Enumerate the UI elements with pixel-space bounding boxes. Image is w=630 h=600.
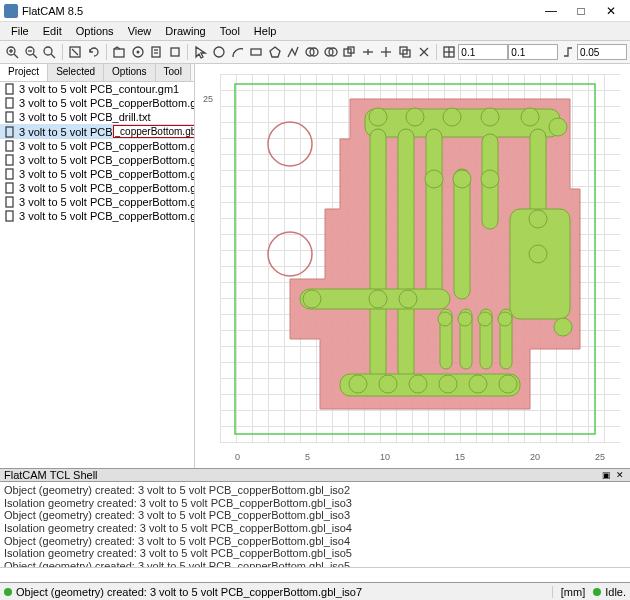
add-rect-icon[interactable] <box>248 43 265 61</box>
svg-rect-42 <box>6 127 13 137</box>
shell-line: Object (geometry) created: 3 volt to 5 v… <box>4 484 626 497</box>
clear-plot-icon[interactable] <box>67 43 84 61</box>
canvas-area[interactable]: 25 <box>195 64 630 468</box>
project-item[interactable]: 3 volt to 5 volt PCB_copperBottom.gbl <box>0 96 194 110</box>
svg-rect-41 <box>6 112 13 122</box>
tab-tool[interactable]: Tool <box>156 64 191 81</box>
project-item[interactable]: 3 volt to 5 volt PCB <box>0 124 194 139</box>
status-bar: Object (geometry) created: 3 volt to 5 v… <box>0 582 630 600</box>
delete-icon[interactable] <box>415 43 432 61</box>
project-item-label: 3 volt to 5 volt PCB_copperBottom.gbl_is… <box>19 196 194 208</box>
project-item[interactable]: 3 volt to 5 volt PCB_copperBottom.gbl_is… <box>0 181 194 195</box>
project-item-label: 3 volt to 5 volt PCB_drill.txt <box>19 111 150 123</box>
shell-line: Object (geometry) created: 3 volt to 5 v… <box>4 560 626 567</box>
svg-point-76 <box>399 290 417 308</box>
menu-options[interactable]: Options <box>69 23 121 39</box>
plot-canvas[interactable]: 25 <box>195 64 630 468</box>
close-button[interactable]: ✕ <box>596 1 626 21</box>
svg-rect-11 <box>114 49 124 57</box>
svg-rect-52 <box>398 129 414 379</box>
menu-edit[interactable]: Edit <box>36 23 69 39</box>
shell-close-icon[interactable]: ✕ <box>614 470 626 480</box>
tab-selected[interactable]: Selected <box>48 64 104 81</box>
project-item[interactable]: 3 volt to 5 volt PCB_drill.txt <box>0 110 194 124</box>
shell-line: Object (geometry) created: 3 volt to 5 v… <box>4 509 626 522</box>
zoom-out-icon[interactable] <box>23 43 40 61</box>
tab-project[interactable]: Project <box>0 64 48 81</box>
shell-output[interactable]: Object (geometry) created: 3 volt to 5 v… <box>0 482 630 567</box>
shell-line: Isolation geometry created: 3 volt to 5 … <box>4 547 626 560</box>
svg-point-69 <box>549 118 567 136</box>
open-gcode-icon[interactable] <box>148 43 165 61</box>
project-item-label: 3 volt to 5 volt PCB_copperBottom.gbl_is… <box>19 168 194 180</box>
subtract-icon[interactable] <box>341 43 358 61</box>
zoom-fit-icon[interactable] <box>41 43 58 61</box>
snap-icon[interactable] <box>559 43 576 61</box>
shell-title: FlatCAM TCL Shell <box>4 469 98 481</box>
select-icon[interactable] <box>192 43 209 61</box>
svg-point-73 <box>529 210 547 228</box>
project-item[interactable]: 3 volt to 5 volt PCB_copperBottom.gbl_is… <box>0 153 194 167</box>
add-arc-icon[interactable] <box>229 43 246 61</box>
replot-icon[interactable] <box>85 43 102 61</box>
menu-drawing[interactable]: Drawing <box>158 23 212 39</box>
svg-rect-14 <box>152 47 160 57</box>
svg-rect-39 <box>6 84 13 94</box>
x-tick: 5 <box>305 452 310 462</box>
svg-point-67 <box>481 108 499 126</box>
union-icon[interactable] <box>304 43 321 61</box>
project-item-label: 3 volt to 5 volt PCB_copperBottom.gbl <box>19 97 194 109</box>
svg-point-79 <box>379 375 397 393</box>
cut-path-icon[interactable] <box>359 43 376 61</box>
menu-view[interactable]: View <box>121 23 159 39</box>
zoom-in-icon[interactable] <box>4 43 21 61</box>
project-item[interactable]: 3 volt to 5 volt PCB_contour.gm1 <box>0 82 194 96</box>
project-item[interactable]: 3 volt to 5 volt PCB_copperBottom.gbl_is… <box>0 195 194 209</box>
maximize-button[interactable]: □ <box>566 1 596 21</box>
project-item[interactable]: 3 volt to 5 volt PCB_copperBottom.gbl_is… <box>0 209 194 223</box>
svg-point-70 <box>425 170 443 188</box>
new-geometry-icon[interactable] <box>167 43 184 61</box>
svg-rect-53 <box>426 129 442 299</box>
x-tick: 25 <box>595 452 605 462</box>
grid-icon[interactable] <box>441 43 458 61</box>
file-icon <box>4 111 16 123</box>
grid-y-input[interactable] <box>508 44 558 60</box>
open-excellon-icon[interactable] <box>129 43 146 61</box>
title-bar: FlatCAM 8.5 — □ ✕ <box>0 0 630 22</box>
copy-icon[interactable] <box>397 43 414 61</box>
app-icon <box>4 4 18 18</box>
open-gerber-icon[interactable] <box>111 43 128 61</box>
menu-help[interactable]: Help <box>247 23 284 39</box>
shell-header: FlatCAM TCL Shell ▣ ✕ <box>0 468 630 482</box>
svg-line-1 <box>14 54 18 58</box>
snap-input[interactable] <box>577 44 627 60</box>
shell-undock-icon[interactable]: ▣ <box>600 470 612 480</box>
project-list[interactable]: 3 volt to 5 volt PCB_contour.gm13 volt t… <box>0 82 194 468</box>
menu-file[interactable]: File <box>4 23 36 39</box>
project-item[interactable]: 3 volt to 5 volt PCB_copperBottom.gbl_is… <box>0 139 194 153</box>
window-title: FlatCAM 8.5 <box>22 5 536 17</box>
status-units: [mm] <box>552 586 593 598</box>
project-item[interactable]: 3 volt to 5 volt PCB_copperBottom.gbl_is… <box>0 167 194 181</box>
add-path-icon[interactable] <box>285 43 302 61</box>
svg-point-65 <box>406 108 424 126</box>
move-icon[interactable] <box>378 43 395 61</box>
status-message: Object (geometry) created: 3 volt to 5 v… <box>16 586 362 598</box>
panel-tabs: ProjectSelectedOptionsTool <box>0 64 194 82</box>
tab-options[interactable]: Options <box>104 64 155 81</box>
add-polygon-icon[interactable] <box>266 43 283 61</box>
file-icon <box>4 83 16 95</box>
svg-rect-43 <box>6 141 13 151</box>
minimize-button[interactable]: — <box>536 1 566 21</box>
add-circle-icon[interactable] <box>211 43 228 61</box>
svg-rect-20 <box>251 49 261 55</box>
grid-x-input[interactable] <box>458 44 508 60</box>
shell-line: Isolation geometry created: 3 volt to 5 … <box>4 497 626 510</box>
intersect-icon[interactable] <box>322 43 339 61</box>
menu-tool[interactable]: Tool <box>213 23 247 39</box>
rename-input[interactable] <box>113 125 194 138</box>
svg-rect-48 <box>6 211 13 221</box>
shell-input[interactable] <box>0 567 630 582</box>
svg-point-64 <box>369 108 387 126</box>
